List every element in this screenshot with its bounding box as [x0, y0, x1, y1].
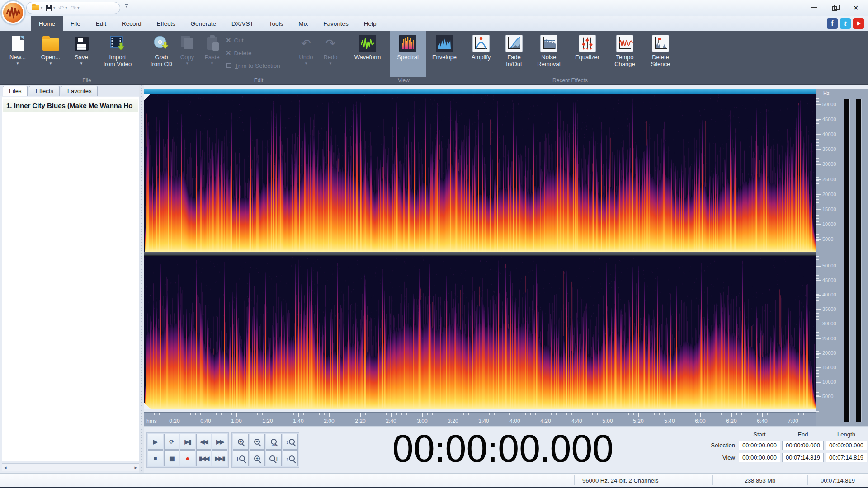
selection-start-field[interactable]: 00:00:00.000 [739, 441, 780, 450]
chevron-down-icon[interactable]: ▾ [41, 6, 42, 10]
tab-file[interactable]: File [63, 16, 88, 31]
tab-edit[interactable]: Edit [88, 16, 114, 31]
redo-quick-button[interactable]: ↷▾ [71, 5, 80, 11]
view-corner-marker-top[interactable] [144, 94, 151, 101]
amplify-button[interactable]: Amplify [467, 31, 495, 77]
noise-removal-button[interactable]: NoiseRemoval [533, 31, 565, 77]
minimize-button[interactable] [804, 0, 825, 15]
play-to-end-button[interactable]: ▶▮ [180, 434, 195, 450]
save-button[interactable]: Save ▼ [70, 31, 93, 77]
tab-mix[interactable]: Mix [291, 16, 316, 31]
chevron-down-icon[interactable]: ▼ [49, 61, 52, 66]
spectrogram-channel-1[interactable] [144, 94, 816, 252]
stop-button[interactable]: ■ [148, 450, 163, 466]
tab-generate[interactable]: Generate [183, 16, 224, 31]
level-meter-right [856, 99, 862, 422]
close-button[interactable]: × [845, 0, 866, 15]
sidebar-tab-effects[interactable]: Effects [29, 86, 60, 96]
import-from-video-button[interactable]: Importfrom Video [97, 31, 138, 77]
customize-toolbar-button[interactable]: ▾ [125, 4, 128, 8]
channel-divider[interactable] [144, 252, 816, 256]
fade-in-out-button[interactable]: FadeIn/Out [500, 31, 528, 77]
zoom-full-button[interactable]: + [250, 450, 265, 466]
view-end-field[interactable]: 00:07:14.819 [782, 453, 824, 462]
rewind-button[interactable]: ◀◀ [196, 434, 212, 450]
save-quick-button[interactable]: ▾ [46, 5, 55, 11]
undo-quick-button[interactable]: ↶▾ [58, 5, 67, 11]
zoom-selection-end-button[interactable]: ] [266, 450, 282, 466]
play-button[interactable]: ▶ [148, 434, 163, 450]
tab-record[interactable]: Record [114, 16, 149, 31]
spectral-view-button[interactable]: Spectral [390, 31, 426, 77]
pause-button[interactable]: ▮▮ [164, 450, 179, 466]
horizontal-zoom-scrollbar[interactable] [144, 89, 816, 94]
chevron-down-icon[interactable]: ▼ [80, 61, 83, 66]
restore-button[interactable] [825, 0, 845, 15]
undo-button[interactable]: ↶ Undo ▼ [295, 31, 317, 77]
tab-favorites[interactable]: Favorites [316, 16, 356, 31]
copy-button[interactable]: Copy ▼ [175, 31, 199, 77]
delete-silence-button[interactable]: DeleteSilence [645, 31, 676, 77]
freq-label-ch1: 5000 [822, 236, 833, 242]
view-start-field[interactable]: 00:00:00.000 [739, 453, 780, 462]
open-button[interactable]: Open... ▼ [36, 31, 66, 77]
paste-button[interactable]: Paste ▼ [200, 31, 224, 77]
scroll-right-icon[interactable]: ▸ [134, 465, 137, 470]
zoom-vertical-in-button[interactable]: ↕ [283, 434, 298, 450]
fast-forward-button[interactable]: ▶▶ [212, 434, 227, 450]
record-button[interactable]: ● [180, 450, 195, 466]
panel-splitter[interactable] [139, 85, 144, 473]
chevron-down-icon[interactable]: ▾ [77, 6, 79, 10]
selection-end-field[interactable]: 00:00:00.000 [782, 441, 824, 450]
chevron-down-icon[interactable]: ▼ [329, 61, 332, 66]
open-quick-button[interactable]: ▾ [32, 5, 42, 10]
chevron-down-icon[interactable]: ▾ [53, 6, 55, 10]
tab-help[interactable]: Help [356, 16, 384, 31]
go-to-end-button[interactable]: ▶▶▮ [212, 450, 227, 466]
zoom-100-button[interactable]: 100 [266, 434, 282, 450]
delete-button[interactable]: ×Delete [226, 48, 280, 57]
file-list-item[interactable]: 1. Inner City Blues (Make Me Wanna Ho [3, 99, 138, 112]
zoom-selection-start-button[interactable]: [ [233, 450, 249, 466]
sidebar-tab-favorites[interactable]: Favorites [61, 86, 98, 96]
waveform-view-button[interactable]: Waveform [345, 31, 390, 77]
chevron-down-icon[interactable]: ▾ [66, 6, 67, 10]
chevron-down-icon[interactable]: ▼ [304, 61, 308, 66]
envelope-view-button[interactable]: Envelope [426, 31, 463, 77]
chevron-down-icon[interactable]: ▼ [16, 61, 19, 66]
chevron-down-icon[interactable]: ▼ [185, 61, 189, 66]
spectral-icon [399, 34, 416, 53]
time-ruler[interactable]: hms0:200:401:001:201:402:002:202:403:003… [144, 412, 816, 426]
redo-button[interactable]: ↷ Redo ▼ [319, 31, 342, 77]
loop-button[interactable]: ⟳ [164, 434, 179, 450]
equalizer-button[interactable]: Equalizer [570, 31, 605, 77]
go-to-start-button[interactable]: ▮◀◀ [196, 450, 212, 466]
zoom-vertical-out-button[interactable]: ↕ [283, 450, 298, 466]
view-corner-marker-bottom[interactable] [144, 402, 151, 409]
trim-to-selection-button[interactable]: Trim to Selection [226, 61, 280, 70]
frequency-scale-panel: Hz 5000045000400003500030000250002000015… [816, 89, 868, 426]
facebook-icon[interactable]: f [827, 18, 838, 29]
spectrogram-channel-2[interactable] [144, 256, 816, 409]
scroll-left-icon[interactable]: ◂ [4, 465, 7, 470]
chevron-down-icon[interactable]: ▼ [210, 61, 214, 66]
zoom-vertical-out-icon: ↕ [286, 455, 295, 461]
cut-button[interactable]: ×Cut [226, 36, 280, 45]
ruler-tick-label: 4:20 [540, 418, 551, 424]
tab-dx-vst[interactable]: DX/VST [224, 16, 261, 31]
zoom-in-button[interactable]: + [233, 434, 249, 450]
new-button[interactable]: New... ▼ [4, 31, 32, 77]
tab-home[interactable]: Home [31, 16, 63, 31]
view-length-field[interactable]: 00:07:14.819 [826, 453, 867, 462]
zoom-out-button[interactable]: − [250, 434, 265, 450]
selection-length-field[interactable]: 00:00:00.000 [826, 441, 867, 450]
tab-tools[interactable]: Tools [261, 16, 291, 31]
sidebar-tab-files[interactable]: Files [3, 86, 28, 96]
tempo-change-button[interactable]: TempoChange [609, 31, 640, 77]
row-label-selection: Selection [702, 442, 737, 449]
youtube-icon[interactable] [853, 18, 864, 29]
tab-effects[interactable]: Effects [149, 16, 183, 31]
twitter-icon[interactable]: t [840, 18, 851, 29]
app-logo[interactable] [2, 1, 24, 24]
sidebar-horizontal-scrollbar[interactable]: ◂ ▸ [2, 463, 139, 471]
